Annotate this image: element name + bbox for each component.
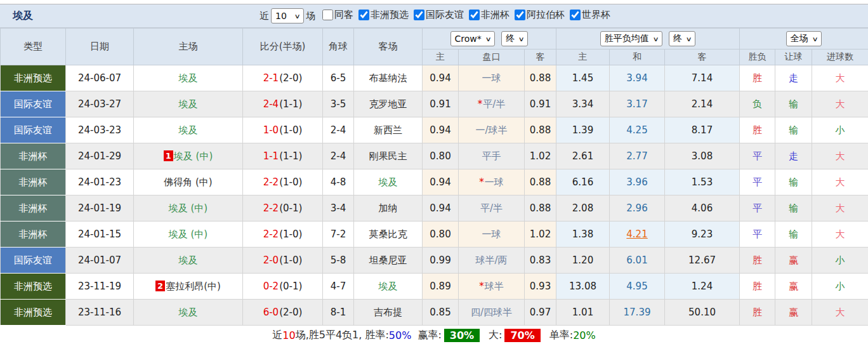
away-team-cell: 克罗地亚 [354,91,423,117]
home-team-name: 塞拉利昂(中) [166,281,221,292]
home-team-cell: 埃及 [134,248,243,274]
filter-checkbox-label: 非洲预选 [371,9,409,21]
handicap-odds-away: 0.88 [525,117,556,143]
avg-odds-select[interactable]: 胜平负均值 ∨ [600,31,662,46]
filter-checkbox[interactable] [358,10,369,20]
handicap-result-cell: 赢 [775,248,812,274]
footer-count: 10 [282,329,295,341]
filter-checkbox[interactable] [570,10,581,20]
match-type-badge: 国际友谊 [1,248,66,274]
asterisk-mark: * [478,98,483,110]
home-team-name: 埃及 (中) [169,228,207,240]
filter-checkbox[interactable] [515,10,525,20]
corners-cell: 5-8 [323,248,354,274]
table-row: 非洲预选 23-11-16 埃及 6-0(2-0) 8-1 吉布提 0.85 四… [1,300,868,326]
home-team-name: 佛得角 (中) [164,176,212,188]
recent-count-select[interactable]: 10 ∨ [271,8,304,23]
subcol-odds-away: 客 [525,50,556,65]
halftime-score: (1-0) [279,255,302,266]
match-history-table: 类型 日期 主场 比分(半场) 角球 客场 Crow* ∨ 终 ∨ [0,28,868,326]
handicap-odds-home: 0.94 [423,195,459,222]
footer-stats: 场,胜5平4负1, 胜率: [296,329,389,342]
home-team-name: 埃及 [179,124,198,136]
match-date: 24-01-19 [66,195,134,222]
corners-cell: 7-2 [323,222,354,248]
corners-cell: 8-1 [323,300,354,326]
halftime-score: (2-0) [279,307,302,318]
scope-select[interactable]: 全场 ∨ [786,31,822,46]
handicap-odds-home: 0.91 [423,91,459,117]
odds-section-header: Crow* ∨ 终 ∨ [423,29,556,50]
col-header-type: 类型 [1,29,66,65]
filter-checkbox[interactable] [469,10,480,20]
avg-odds-home: 6.16 [556,169,610,195]
away-team-name: 新西兰 [374,124,402,136]
goals-result-cell: 小 [812,117,868,143]
match-type-badge: 非洲杯 [1,222,66,248]
home-team-name: 埃及 [179,98,198,110]
fulltime-score: 2-2 [263,202,279,214]
result-cell: 平 [740,143,775,169]
away-team-cell: 新西兰 [354,117,423,143]
handicap-result-cell: 输 [775,169,812,195]
match-date: 24-03-27 [66,91,134,117]
subcol-goals: 进球数 [812,50,868,65]
handicap-odds-home: 0.80 [423,222,459,248]
fulltime-score: 2-4 [263,98,279,110]
odds-company-select[interactable]: Crow* ∨ [450,31,496,46]
avg-odds-draw: 2.77 [610,143,665,169]
avg-odds-home: 1.20 [556,248,610,274]
league-filter-group: 同客非洲预选国际友谊非洲杯阿拉伯杯世界杯 [317,9,610,23]
handicap-line: 球半/两 [459,248,525,274]
score-cell: 2-4(1-1) [243,91,323,117]
page-title: 埃及 [13,10,33,23]
odds-time-select[interactable]: 终 ∨ [501,31,528,46]
home-team-cell: 埃及 (中) [134,195,243,222]
corners-cell: 4-7 [323,274,354,300]
match-type-badge: 国际友谊 [1,91,66,117]
subcol-result: 胜负 [740,50,775,65]
handicap-result-cell: 走 [775,143,812,169]
home-team-cell: 埃及 [134,91,243,117]
match-type-badge: 非洲预选 [1,274,66,300]
handicap-line: *球半 [459,274,525,300]
footer-prefix: 近 [272,329,282,342]
rank-badge: 1 [164,150,173,161]
home-team-cell: 埃及 [134,117,243,143]
filter-checkbox[interactable] [322,10,333,20]
result-cell: 平 [740,169,775,195]
handicap-line: 一球 [459,65,525,91]
handicap-odds-away: 0.88 [525,65,556,91]
result-cell: 平 [740,222,775,248]
avg-odds-home: 3.34 [556,91,610,117]
avg-odds-away: 1.24 [665,274,740,300]
col-header-date: 日期 [66,29,134,65]
away-team-name: 坦桑尼亚 [369,255,407,266]
score-cell: 1-1(1-1) [243,143,323,169]
footer-win-rate: 50% [389,329,412,341]
avg-time-select[interactable]: 终 ∨ [669,31,695,46]
home-team-cell: 佛得角 (中) [134,169,243,195]
filter-checkbox[interactable] [414,10,424,20]
home-team-cell: 埃及 [134,65,243,91]
filter-checkbox-item: 同客 [317,9,353,21]
top-strip [0,0,868,4]
handicap-odds-home: 0.94 [423,65,459,91]
corners-cell: 4-8 [323,169,354,195]
filter-checkbox-label: 非洲杯 [481,9,510,21]
handicap-result-cell: 赢 [775,300,812,326]
footer-winpct-label: 赢率: [418,329,441,342]
handicap-odds-away: 0.97 [525,300,556,326]
away-team-cell: 莫桑比克 [354,222,423,248]
handicap-odds-home: 0.99 [423,248,459,274]
fulltime-score: 2-0 [263,255,279,266]
handicap-odds-home: 0.94 [423,117,459,143]
subcol-avg-home: 主 [556,50,610,65]
footer-win-pct-badge: 30% [444,329,480,342]
match-date: 24-03-23 [66,117,134,143]
result-section-header: 全场 ∨ [740,29,868,50]
away-team-name: 布基纳法 [369,72,407,84]
filter-bar: 近 10 ∨ 场 同客非洲预选国际友谊非洲杯阿拉伯杯世界杯 [258,8,610,23]
away-team-name: 加纳 [379,202,398,214]
result-cell: 胜 [740,65,775,91]
